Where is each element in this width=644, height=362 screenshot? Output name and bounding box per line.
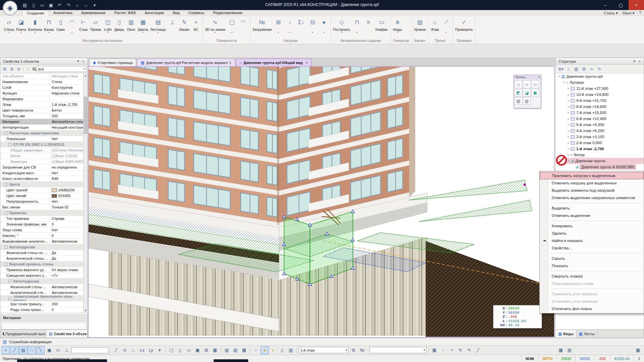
copy-view-button[interactable]: ▢ xyxy=(167,346,175,354)
fragment-settings-button[interactable]: ⊞ xyxy=(202,346,210,354)
properties-filter-dropdown[interactable]: все ▾ xyxy=(37,66,86,72)
property-row-Смещение верхнего у...[interactable]: Смещение верхнего у...<?> xyxy=(0,273,83,279)
property-row-Вес линии[interactable]: Вес линииТонкая 02 xyxy=(0,204,83,210)
tool-Свая[interactable]: ▯Свая xyxy=(55,17,66,34)
tool-icon[interactable]: Σ↓ xyxy=(296,17,307,34)
views-list-button[interactable]: ▤ xyxy=(566,346,574,354)
menu-item-Свернуть этаж(и)[interactable]: Свернуть этаж(и) xyxy=(540,273,644,280)
collapse-icon[interactable]: − xyxy=(4,183,7,186)
open-file-icon[interactable]: ▭ xyxy=(38,1,46,9)
expand-groups-icon[interactable]: ⊞ xyxy=(2,66,8,72)
tool-Ноды[interactable]: ⋔Ноды▾ xyxy=(392,17,403,34)
menu-item-Удалить[interactable]: Удалить xyxy=(540,230,644,237)
property-row-Локальные[interactable]: ЛокальныеНет xyxy=(0,136,83,142)
property-row-Арматура[interactable]: Арматура(1)Верт А400.А400.А400 xyxy=(0,159,83,165)
tool-icon[interactable]: ⊥ xyxy=(167,17,178,34)
base-point-button[interactable]: ⊥ xyxy=(63,346,71,354)
tool-Линия[interactable]: ✎Линия xyxy=(178,17,190,34)
viewport-3d[interactable]: Проекц... × ◇▱▭◩◪▣▤▥ X: 29030Y: 30250Z: … xyxy=(88,66,555,338)
ribbon-menu-item[interactable]: Окно ▾ xyxy=(623,11,635,15)
tool-Уровни[interactable]: ▤Уровни xyxy=(413,17,427,34)
measure-line-button[interactable]: ╱ xyxy=(474,346,482,354)
close-tab-icon[interactable]: × xyxy=(306,61,308,65)
property-group-СП РК EN 1992-1-1:2004/2011[interactable]: −СП РК EN 1992-1-1:2004/2011 xyxy=(0,142,83,147)
property-row-Интерпретация[interactable]: ИнтерпретацияНесущий конструктив xyxy=(0,125,83,130)
ribbon-tab-Расчет ЖБК[interactable]: Расчет ЖБК xyxy=(110,10,141,16)
tool-КС[interactable]: +КС xyxy=(190,17,202,34)
views-grid-button[interactable]: ▦ xyxy=(557,346,565,354)
snap-node-button[interactable]: ╱ xyxy=(10,346,18,354)
paste-fragment-button[interactable]: ▭ xyxy=(185,346,193,354)
view-tab-general[interactable]: ⌂Давление грунта.spf:Общий вид× xyxy=(236,59,312,66)
collapse-icon[interactable]: − xyxy=(4,263,7,266)
menu-item-Копировать[interactable]: Копировать xyxy=(540,222,644,230)
projection-view-icon-0[interactable]: ◇ xyxy=(515,80,522,88)
property-row-Привязка верхнего ур...[interactable]: Привязка верхнего ур...От верха этажа xyxy=(0,267,83,273)
projection-view-icon-4[interactable]: ◪ xyxy=(523,89,531,97)
properties-scrollbar[interactable]: ▲ ▼ xyxy=(83,73,88,313)
projection-view-icon-1[interactable]: ▱ xyxy=(523,80,531,88)
property-group-Цвета[interactable]: −Цвета xyxy=(0,182,83,187)
tree-item-4-й этаж +6,200[interactable]: ▸4-й этаж +6,200 xyxy=(556,128,644,134)
apply-check-icon[interactable]: ✓ xyxy=(25,66,32,72)
tree-item-Давление грунта[interactable]: ▾⊿Давление грунта xyxy=(556,158,644,164)
print-icon[interactable]: ▤ xyxy=(573,66,579,72)
property-row-Слой[interactable]: СлойКонструктив xyxy=(0,85,83,90)
property-row-Тип привязки[interactable]: Тип привязкиСправа xyxy=(0,216,83,222)
property-row-Выравнивание аналитич...[interactable]: Выравнивание аналитич...Автоматически xyxy=(0,239,83,244)
move-up-button[interactable]: ↑ xyxy=(439,346,447,354)
draw-line-button[interactable]: ╱ xyxy=(112,346,120,354)
tool-icon[interactable]: ▢ ▾ xyxy=(226,17,238,34)
tree-item-6-й этаж +12,400[interactable]: ▸6-й этаж +12,400 xyxy=(556,116,644,122)
expander-closed-icon[interactable]: ▸ xyxy=(567,147,571,150)
add-frame-icon[interactable]: ⊞ xyxy=(581,66,587,72)
tool-icon[interactable]: ⊟ ▾ xyxy=(307,17,318,34)
expander-closed-icon[interactable]: ▸ xyxy=(567,93,571,96)
menu-item-Отменить нагрузку для выделенных[interactable]: Отменить нагрузку для выделенных xyxy=(540,179,644,187)
tree-item-1-й этаж -2,700[interactable]: ▸1-й этаж -2,700 xyxy=(556,146,644,152)
tool-Дверь[interactable]: ▯Дверь xyxy=(113,17,125,34)
tree-item-3-й этаж +3,100[interactable]: ▸3-й этаж +3,100 xyxy=(556,134,644,140)
property-group-Автоподрезки[interactable]: −Автоподрезки xyxy=(0,244,83,250)
tool-icon[interactable]: ⊞ ▾ xyxy=(273,17,284,34)
binoculars-icon[interactable]: ∞ xyxy=(589,66,595,72)
collapse-icon[interactable]: − xyxy=(8,280,11,283)
tool-icon[interactable]: ◠ ▾ xyxy=(66,17,78,34)
property-row-Физической стены по ...[interactable]: Физической стены по ...Да xyxy=(0,250,83,256)
service-info-icon[interactable]: ▤ xyxy=(3,339,7,344)
expander-open-icon[interactable]: ▾ xyxy=(557,75,561,78)
tool-Стена[interactable]: ▱Стена▾ xyxy=(3,17,15,34)
ribbon-menu-item[interactable]: Стиль ▾ xyxy=(604,11,618,15)
edit-sketch-button[interactable]: ✎ xyxy=(465,346,473,354)
snap-edge-button[interactable]: ▨ xyxy=(19,346,27,354)
property-row-Шаг точек триангу...[interactable]: Шаг точек триангу...200 xyxy=(0,301,83,307)
hide-empty-icon[interactable]: ⊘ xyxy=(16,66,22,72)
property-group-Привязка[interactable]: −Привязка xyxy=(0,210,83,216)
expander-closed-icon[interactable]: ▸ xyxy=(567,105,571,108)
style-combobox[interactable]: ▾ xyxy=(370,347,427,353)
expander-closed-icon[interactable]: ▸ xyxy=(567,123,571,126)
expander-closed-icon[interactable]: ▸ xyxy=(567,129,571,132)
maximize-button[interactable]: ▢ xyxy=(613,0,629,10)
snap-grid-button[interactable]: + xyxy=(2,346,10,354)
expander-closed-icon[interactable]: ▸ xyxy=(567,117,571,120)
bucket-button[interactable]: ▥ xyxy=(287,346,295,354)
tool-Лестница[interactable]: ▤Лестница▾ xyxy=(149,17,167,34)
property-row-Аналитической сте...[interactable]: Аналитической сте...Автоматически xyxy=(0,290,83,296)
paint-layer-button[interactable]: ▥ xyxy=(223,346,231,354)
new-file-icon[interactable]: ▯ xyxy=(30,1,38,9)
property-row-Материал[interactable]: МатериалЖелезобетон стен... xyxy=(0,119,83,125)
app-menu-icon[interactable]: ▤ xyxy=(21,1,29,9)
tool-Построить[interactable]: ◇Построить▾ xyxy=(332,17,351,34)
menu-item-Найти и показать[interactable]: ●●Найти и показать xyxy=(540,237,644,244)
level-number-button[interactable]: № xyxy=(358,346,366,354)
tool-Плита[interactable]: ◪Плита▾ xyxy=(15,17,27,34)
level-list-button[interactable]: ≣ xyxy=(350,346,358,354)
refresh-icon[interactable]: ↻ xyxy=(596,66,602,72)
tree-item-9-й этаж +21,700[interactable]: ▸9-й этаж +21,700 xyxy=(556,98,644,104)
lamp-off-button[interactable]: ○ xyxy=(252,346,260,354)
ribbon-tab-Редактирование[interactable]: Редактирование xyxy=(209,10,247,16)
menu-item-Свойства...[interactable]: Свойства... xyxy=(540,244,644,252)
scroll-up-icon[interactable]: ▲ xyxy=(84,73,88,78)
property-group-Верхний уровень стены[interactable]: −Верхний уровень стены xyxy=(0,261,83,267)
